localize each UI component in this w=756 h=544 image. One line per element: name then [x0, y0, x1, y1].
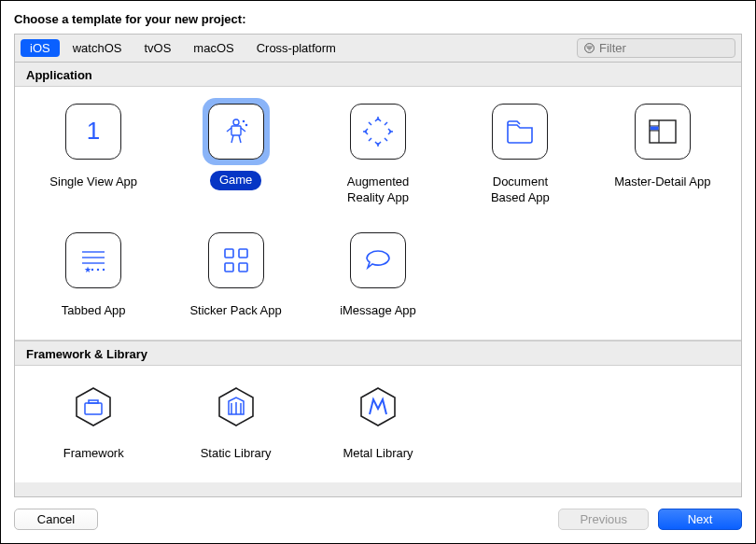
static-library-icon	[214, 384, 259, 429]
svg-rect-25	[225, 249, 233, 258]
template-label: iMessage App	[330, 301, 426, 321]
svg-rect-26	[239, 249, 247, 258]
filter-field-wrap[interactable]	[577, 38, 735, 58]
template-master-detail-app[interactable]: Master-Detail App	[595, 98, 730, 208]
platform-tab-tvos[interactable]: tvOS	[134, 39, 180, 57]
sticker-pack-icon	[219, 244, 253, 277]
template-label: Tabbed App	[52, 301, 135, 321]
previous-button: Previous	[558, 509, 649, 530]
template-label: Metal Library	[333, 444, 422, 464]
toolbar: iOS watchOS tvOS macOS Cross-platform	[14, 34, 742, 62]
svg-line-10	[239, 135, 241, 143]
template-chooser-window: Choose a template for your new project: …	[0, 0, 756, 544]
template-imessage-app[interactable]: iMessage App	[311, 227, 445, 321]
template-label: Game	[210, 171, 261, 190]
svg-rect-13	[650, 120, 676, 143]
section-header-framework: Framework & Library	[15, 341, 741, 365]
filter-icon	[583, 42, 595, 55]
master-detail-icon	[646, 115, 679, 148]
svg-point-22	[91, 269, 93, 271]
svg-point-5	[233, 119, 239, 125]
svg-point-23	[97, 269, 99, 271]
template-metal-library[interactable]: Metal Library	[311, 377, 445, 464]
platform-tab-crossplatform[interactable]: Cross-platform	[247, 39, 345, 57]
svg-rect-30	[85, 403, 102, 414]
platform-tabs: iOS watchOS tvOS macOS Cross-platform	[21, 39, 577, 57]
svg-point-24	[103, 269, 105, 271]
section-body-application: 1 Single View App Game Augmented Reality…	[15, 86, 741, 341]
ar-icon	[361, 115, 395, 148]
template-single-view-app[interactable]: 1 Single View App	[26, 98, 161, 208]
template-sticker-pack-app[interactable]: Sticker Pack App	[168, 227, 302, 321]
template-label: Framework	[54, 444, 133, 464]
template-label: Augmented Reality App	[338, 173, 419, 208]
section-header-application: Application	[15, 63, 741, 86]
platform-tab-watchos[interactable]: watchOS	[63, 39, 132, 57]
template-tabbed-app[interactable]: ★ Tabbed App	[26, 227, 161, 321]
footer: Cancel Previous Next	[14, 497, 742, 530]
metal-library-icon	[356, 384, 400, 429]
game-icon	[219, 115, 253, 148]
template-game[interactable]: Game	[168, 98, 302, 208]
template-list: Application 1 Single View App Game Augme…	[14, 62, 742, 497]
cancel-button[interactable]: Cancel	[14, 509, 98, 530]
framework-icon	[71, 384, 116, 429]
template-augmented-reality-app[interactable]: Augmented Reality App	[311, 98, 445, 208]
svg-rect-27	[225, 263, 233, 272]
template-framework[interactable]: Framework	[26, 377, 161, 464]
svg-rect-6	[231, 126, 241, 135]
svg-rect-28	[239, 263, 247, 272]
svg-text:★: ★	[84, 265, 91, 274]
svg-text:1: 1	[87, 117, 100, 145]
svg-marker-29	[77, 388, 110, 425]
template-label: Sticker Pack App	[180, 301, 290, 321]
svg-point-12	[245, 124, 246, 125]
svg-line-7	[227, 128, 231, 132]
filter-input[interactable]	[599, 41, 729, 55]
imessage-icon	[361, 244, 395, 277]
svg-line-8	[241, 128, 245, 132]
template-label: Single View App	[40, 173, 147, 192]
svg-point-11	[243, 120, 244, 121]
template-label: Document Based App	[482, 173, 559, 208]
tabbed-icon: ★	[77, 244, 110, 277]
prompt-label: Choose a template for your new project:	[14, 12, 742, 26]
template-document-based-app[interactable]: Document Based App	[453, 98, 587, 208]
section-body-framework: Framework Static Library Metal Library	[15, 365, 741, 482]
single-view-icon: 1	[77, 115, 110, 148]
folder-icon	[503, 115, 537, 148]
next-button[interactable]: Next	[658, 509, 742, 530]
template-static-library[interactable]: Static Library	[168, 377, 302, 464]
svg-line-9	[231, 135, 233, 143]
svg-rect-16	[650, 127, 658, 131]
template-label: Master-Detail App	[605, 173, 720, 192]
platform-tab-macos[interactable]: macOS	[184, 39, 243, 57]
svg-rect-31	[89, 400, 98, 403]
platform-tab-ios[interactable]: iOS	[21, 39, 60, 57]
template-label: Static Library	[191, 444, 281, 464]
